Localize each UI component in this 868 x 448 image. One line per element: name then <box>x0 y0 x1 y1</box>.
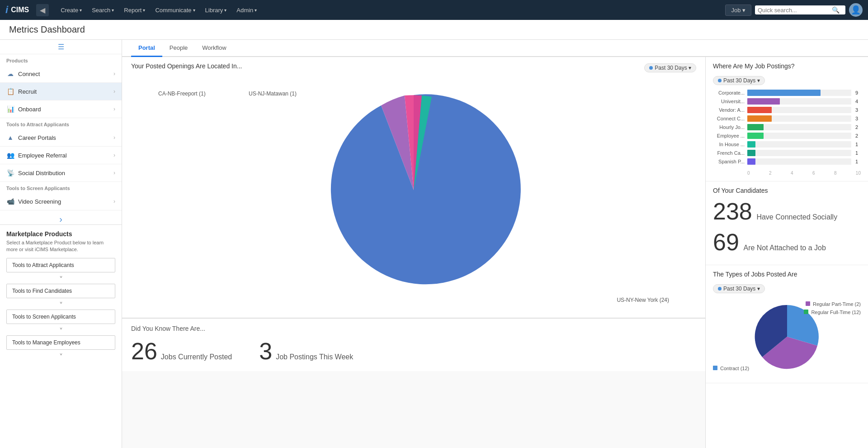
jobs-filter-dot <box>718 287 722 291</box>
bar-count: 1 <box>855 159 861 164</box>
bar-track <box>747 115 851 122</box>
map-filter-pill[interactable]: Past 30 Days ▾ <box>644 63 696 72</box>
map-section: Your Posted Openings Are Located In... P… <box>122 57 705 318</box>
did-you-know-title: Did You Know There Are... <box>131 325 696 332</box>
recruit-chevron-icon: › <box>113 88 115 95</box>
sidebar-collapse-button[interactable]: ☰ <box>0 40 122 54</box>
bar-track <box>747 90 851 96</box>
sidebar-item-video-screening[interactable]: 📹 Video Screening › <box>0 193 122 210</box>
sidebar-item-recruit[interactable]: 📋 Recruit › <box>0 83 122 100</box>
sidebar-item-employee-referral[interactable]: 👥 Employee Referral › <box>0 147 122 164</box>
jobs-filter-pill[interactable]: Past 30 Days ▾ <box>713 284 765 293</box>
attract-expand-icon: ˅ <box>6 275 115 284</box>
social-connected-stat: 238 Have Connected Socially <box>713 198 861 225</box>
bar-count: 9 <box>855 90 861 95</box>
report-arrow-icon: ▾ <box>143 8 145 13</box>
user-avatar[interactable]: 👤 <box>849 3 863 17</box>
marketplace-attract-btn[interactable]: Tools to Attract Applicants <box>6 258 115 272</box>
sidebar-item-career-portals[interactable]: ▲ Career Portals › <box>0 129 122 147</box>
quick-search-input[interactable] <box>758 7 830 14</box>
find-expand-icon: ˅ <box>6 301 115 310</box>
candidates-section: Of Your Candidates 238 Have Connected So… <box>706 181 868 265</box>
nav-menu: Create▾ Search▾ Report▾ Communicate▾ Lib… <box>56 4 718 16</box>
sidebar-item-connect[interactable]: ☁ Connect › <box>0 65 122 83</box>
job-types-title: The Types of Jobs Posted Are <box>713 271 797 278</box>
center-panel: Your Posted Openings Are Located In... P… <box>122 57 705 448</box>
bar-count: 1 <box>855 150 861 156</box>
nav-report[interactable]: Report▾ <box>119 4 150 16</box>
job-button[interactable]: Job ▾ <box>725 5 751 16</box>
nav-search[interactable]: Search▾ <box>87 4 118 16</box>
postings-filter-pill[interactable]: Past 30 Days ▾ <box>713 76 765 85</box>
onboard-chevron-icon: › <box>113 106 115 112</box>
career-portals-icon: ▲ <box>6 133 14 142</box>
bar-count: 2 <box>855 133 861 138</box>
pie-label-matawan: US-NJ-Matawan (1) <box>249 91 297 97</box>
social-label: Have Connected Socially <box>756 213 837 221</box>
bar-fill <box>747 90 821 96</box>
sidebar-recruit-label: Recruit <box>18 88 37 95</box>
products-label: Products <box>0 54 122 65</box>
tools-screen-label: Tools to Screen Applicants <box>0 182 122 193</box>
bar-fill <box>747 107 772 113</box>
bar-fill <box>747 141 755 148</box>
bar-fill <box>747 115 772 122</box>
stat-jobs-posted-label: Jobs Currently Posted <box>161 353 232 361</box>
stats-row: 26 Jobs Currently Posted 3 Job Postings … <box>131 338 696 365</box>
bar-fill <box>747 98 780 105</box>
logo-i: i <box>5 4 8 16</box>
sidebar-item-social-distribution[interactable]: 📡 Social Distribution › <box>0 164 122 182</box>
video-screening-icon: 📹 <box>6 197 14 205</box>
bar-row: Connect C...3 <box>713 115 861 122</box>
sidebar-expand-icon[interactable]: › <box>59 214 62 224</box>
stats-section: Did You Know There Are... 26 Jobs Curren… <box>122 318 705 371</box>
pie-legend-contract: Contract (12) <box>713 365 749 373</box>
bar-label: Corporate... <box>713 90 745 95</box>
bar-count: 2 <box>855 124 861 130</box>
nav-library[interactable]: Library▾ <box>201 4 231 16</box>
bar-row: Hourly Jo...2 <box>713 124 861 130</box>
marketplace-find-btn[interactable]: Tools to Find Candidates <box>6 284 115 298</box>
not-attached-label: Are Not Attached to a Job <box>743 244 826 252</box>
tools-attract-label: Tools to Attract Applicants <box>0 118 122 129</box>
recruit-icon: 📋 <box>6 87 14 95</box>
bar-row: Corporate...9 <box>713 90 861 96</box>
bar-label: French Ca... <box>713 150 745 156</box>
job-types-section: The Types of Jobs Posted Are Past 30 Day… <box>706 265 868 383</box>
legend-full-time: Regular Full-Time (12) <box>804 309 861 317</box>
tab-portal[interactable]: Portal <box>131 40 162 57</box>
marketplace-manage-btn[interactable]: Tools to Manage Employees <box>6 335 115 350</box>
logo-text: CIMS <box>11 6 29 14</box>
quick-search-box[interactable]: 🔍 <box>755 5 845 14</box>
postings-title: Where Are My Job Postings? <box>713 62 795 70</box>
onboard-icon: 📊 <box>6 105 14 113</box>
marketplace-screen-btn[interactable]: Tools to Screen Applicants <box>6 310 115 324</box>
nav-create[interactable]: Create▾ <box>56 4 86 16</box>
screen-expand-icon: ˅ <box>6 327 115 335</box>
search-arrow-icon: ▾ <box>112 8 114 13</box>
bar-track <box>747 141 851 148</box>
bar-label: Employee ... <box>713 133 745 138</box>
bar-row: Vendor: A...3 <box>713 107 861 113</box>
connect-chevron-icon: › <box>113 71 115 77</box>
back-button[interactable]: ◀ <box>36 4 49 16</box>
bar-row: French Ca...1 <box>713 150 861 156</box>
bar-count: 3 <box>855 116 861 121</box>
sidebar-item-onboard[interactable]: 📊 Onboard › <box>0 100 122 118</box>
job-postings-section: Where Are My Job Postings? Past 30 Days … <box>706 57 868 181</box>
nav-communicate[interactable]: Communicate▾ <box>151 4 199 16</box>
employee-referral-icon: 👥 <box>6 151 14 159</box>
postings-bar-chart: Corporate...9Universit...4Vendor: A...3C… <box>713 88 861 169</box>
nav-right-area: Job ▾ 🔍 👤 <box>725 3 863 17</box>
career-portals-chevron-icon: › <box>113 134 115 141</box>
nav-admin[interactable]: Admin▾ <box>232 4 261 16</box>
pie-legend: Regular Part-Time (2) Regular Full-Time … <box>804 300 861 316</box>
social-distribution-icon: 📡 <box>6 169 14 177</box>
tab-people[interactable]: People <box>162 40 195 57</box>
stat-jobs-posted: 26 Jobs Currently Posted <box>131 338 232 365</box>
legend-contract: Contract (12) <box>713 365 749 373</box>
app-logo: i CIMS <box>5 4 29 16</box>
job-types-pie-container: Regular Part-Time (2) Regular Full-Time … <box>713 296 861 377</box>
tab-workflow[interactable]: Workflow <box>195 40 233 57</box>
bar-fill <box>747 133 764 139</box>
